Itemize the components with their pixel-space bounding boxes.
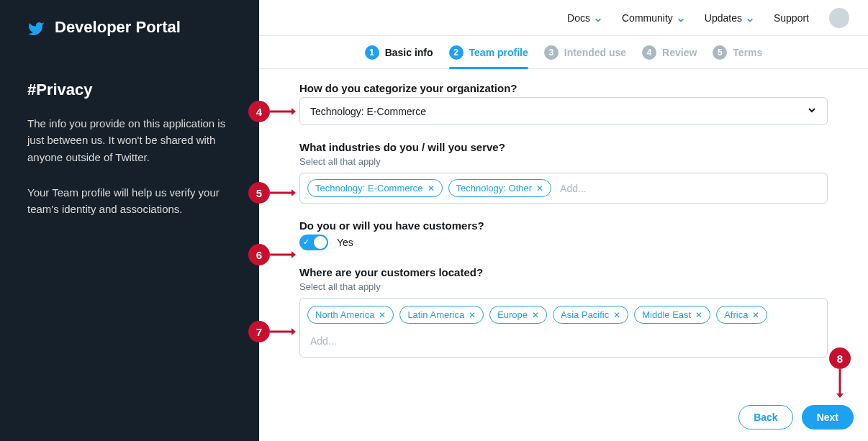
arrow-right-icon	[270, 107, 296, 116]
stepper: 1 Basic info 2 Team profile 3 Intended u…	[259, 36, 868, 69]
close-icon[interactable]: ✕	[695, 311, 702, 319]
svg-marker-7	[291, 328, 296, 335]
step-number: 3	[544, 45, 559, 60]
locations-label: Where are your customers located?	[299, 266, 828, 278]
close-icon[interactable]: ✕	[428, 184, 435, 193]
form-content: How do you categorize your organization?…	[259, 69, 868, 441]
customers-toggle-label: Yes	[337, 237, 353, 248]
step-label: Team profile	[469, 47, 528, 58]
tag-label: Technology: E-Commerce	[315, 183, 423, 194]
industry-tag[interactable]: Technology: Other✕	[448, 179, 552, 197]
step-number: 2	[449, 45, 464, 60]
sidebar-paragraph-1: The info you provide on this application…	[27, 115, 232, 165]
step-label: Intended use	[564, 47, 626, 58]
close-icon[interactable]: ✕	[536, 184, 543, 193]
nav-support[interactable]: Support	[774, 12, 809, 24]
tag-label: Latin America	[407, 309, 464, 320]
tag-label: Asia Pacific	[561, 309, 609, 320]
check-icon: ✓	[303, 237, 309, 247]
avatar[interactable]	[829, 8, 849, 28]
close-icon[interactable]: ✕	[752, 311, 759, 319]
step-basic-info[interactable]: 1 Basic info	[365, 45, 433, 60]
field-locations: Where are your customers located? Select…	[299, 266, 828, 358]
step-intended-use[interactable]: 3 Intended use	[544, 45, 626, 60]
nav-docs[interactable]: Docs	[567, 12, 602, 24]
chevron-down-icon	[595, 14, 602, 22]
industries-hint: Select all that apply	[299, 156, 828, 167]
annotation-marker-6: 6	[248, 244, 270, 265]
arrow-right-icon	[270, 188, 296, 197]
chevron-down-icon	[807, 105, 817, 117]
customers-toggle[interactable]: ✓	[299, 235, 328, 250]
sidebar-paragraph-2: Your Team profile will help us verify yo…	[27, 184, 232, 218]
arrow-right-icon	[270, 250, 296, 259]
field-industries: What industries do you / will you serve?…	[299, 141, 828, 204]
industry-tag[interactable]: Technology: E-Commerce✕	[307, 179, 443, 197]
step-label: Terms	[733, 47, 762, 58]
close-icon[interactable]: ✕	[613, 311, 620, 319]
close-icon[interactable]: ✕	[532, 311, 539, 319]
category-select[interactable]: Technology: E-Commerce	[299, 97, 828, 125]
step-number: 4	[642, 45, 656, 60]
tag-label: North America	[315, 309, 374, 320]
annotation-marker-5: 5	[248, 182, 270, 204]
category-value: Technology: E-Commerce	[310, 106, 426, 117]
step-number: 1	[365, 45, 379, 60]
close-icon[interactable]: ✕	[469, 311, 476, 319]
locations-add-placeholder[interactable]: Add...	[307, 332, 820, 350]
step-terms[interactable]: 5 Terms	[713, 45, 762, 60]
location-tag[interactable]: Latin America✕	[399, 306, 484, 324]
step-label: Review	[662, 47, 697, 58]
step-label: Basic info	[385, 47, 433, 58]
sidebar-header: Developer Portal	[27, 17, 232, 37]
tag-label: Africa	[724, 309, 748, 320]
sidebar: Developer Portal #Privacy The info you p…	[0, 0, 259, 441]
top-navigation: Docs Community Updates Support	[259, 0, 868, 36]
svg-marker-5	[291, 251, 296, 258]
tag-label: Middle East	[642, 309, 691, 320]
industries-add-input[interactable]	[557, 180, 820, 197]
step-number: 5	[713, 45, 727, 60]
location-tag[interactable]: Africa✕	[716, 306, 767, 324]
industries-tagbox[interactable]: Technology: E-Commerce✕ Technology: Othe…	[299, 173, 828, 204]
back-button[interactable]: Back	[738, 405, 792, 429]
footer-actions: Back Next	[738, 405, 854, 429]
next-button[interactable]: Next	[802, 405, 854, 429]
annotation-marker-7: 7	[248, 321, 270, 342]
nav-docs-label: Docs	[567, 12, 590, 24]
svg-marker-1	[291, 108, 296, 115]
step-team-profile[interactable]: 2 Team profile	[449, 45, 528, 60]
nav-support-label: Support	[774, 12, 809, 24]
locations-hint: Select all that apply	[299, 281, 828, 292]
nav-updates-label: Updates	[705, 12, 742, 24]
field-customers: Do you or will you have customers? ✓ Yes	[299, 219, 828, 250]
step-review[interactable]: 4 Review	[642, 45, 697, 60]
location-tag[interactable]: North America✕	[307, 306, 394, 324]
svg-marker-3	[291, 189, 296, 196]
category-label: How do you categorize your organization?	[299, 82, 828, 94]
locations-tagbox[interactable]: North America✕ Latin America✕ Europe✕ As…	[299, 298, 828, 358]
tag-label: Europe	[497, 309, 528, 320]
arrow-right-icon	[270, 327, 296, 336]
main-panel: Docs Community Updates Support 1 Basic i…	[259, 0, 868, 441]
location-tag[interactable]: Middle East✕	[634, 306, 710, 324]
close-icon[interactable]: ✕	[379, 311, 386, 319]
tag-label: Technology: Other	[456, 183, 533, 194]
toggle-knob	[314, 236, 327, 249]
portal-title: Developer Portal	[55, 17, 181, 37]
location-tag[interactable]: Asia Pacific✕	[553, 306, 628, 324]
arrow-down-icon	[836, 369, 844, 398]
twitter-icon	[27, 20, 45, 37]
chevron-down-icon	[677, 14, 684, 22]
nav-community[interactable]: Community	[622, 12, 684, 24]
annotation-marker-8: 8	[829, 347, 851, 369]
customers-label: Do you or will you have customers?	[299, 219, 828, 232]
location-tag[interactable]: Europe✕	[489, 306, 547, 324]
sidebar-heading: #Privacy	[27, 81, 232, 99]
nav-updates[interactable]: Updates	[705, 12, 754, 24]
nav-community-label: Community	[622, 12, 673, 24]
svg-marker-9	[836, 394, 844, 398]
annotation-marker-4: 4	[248, 101, 270, 122]
industries-label: What industries do you / will you serve?	[299, 141, 828, 153]
field-category: How do you categorize your organization?…	[299, 82, 828, 125]
